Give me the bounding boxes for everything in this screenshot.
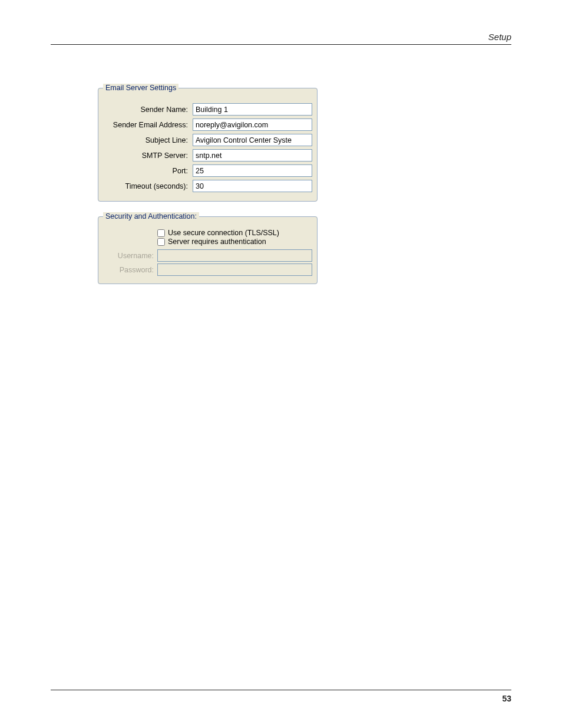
sender-name-input[interactable] [193, 103, 312, 116]
row-password: Password: [103, 263, 312, 276]
label-sender-name: Sender Name: [103, 106, 193, 114]
page-header-section: Setup [488, 32, 511, 42]
timeout-input[interactable] [193, 180, 312, 192]
port-input[interactable] [193, 164, 312, 177]
auth-checkboxes: Use secure connection (TLS/SSL) Server r… [103, 229, 312, 246]
row-username: Username: [103, 249, 312, 262]
smtp-server-input[interactable] [193, 149, 312, 162]
auth-checkbox-label: Server requires authentication [168, 238, 266, 246]
tls-checkbox-label: Use secure connection (TLS/SSL) [168, 229, 279, 237]
row-subject-line: Subject Line: [103, 134, 312, 146]
header-rule [51, 44, 511, 45]
label-timeout: Timeout (seconds): [103, 182, 193, 190]
document-page: Setup Email Server Settings Sender Name:… [0, 0, 562, 728]
subject-line-input[interactable] [193, 134, 312, 146]
row-port: Port: [103, 164, 312, 177]
row-auth-checkbox[interactable]: Server requires authentication [157, 238, 312, 246]
label-sender-email: Sender Email Address: [103, 121, 193, 129]
label-subject-line: Subject Line: [103, 136, 193, 144]
page-number: 53 [502, 694, 511, 703]
email-server-legend: Email Server Settings [103, 84, 178, 92]
email-server-settings-group: Email Server Settings Sender Name: Sende… [98, 84, 318, 202]
auth-checkbox[interactable] [157, 238, 165, 246]
label-port: Port: [103, 167, 193, 175]
settings-panel: Email Server Settings Sender Name: Sende… [98, 84, 318, 295]
username-input [157, 249, 312, 262]
password-input [157, 263, 312, 276]
label-smtp-server: SMTP Server: [103, 151, 193, 160]
row-sender-name: Sender Name: [103, 103, 312, 116]
auth-fields: Username: Password: [103, 249, 312, 276]
sender-email-input[interactable] [193, 118, 312, 131]
label-username: Username: [103, 252, 157, 260]
tls-checkbox[interactable] [157, 229, 165, 237]
security-auth-group: Security and Authentication: Use secure … [98, 212, 318, 284]
security-auth-legend: Security and Authentication: [103, 212, 199, 220]
footer-rule [51, 690, 511, 690]
row-tls-checkbox[interactable]: Use secure connection (TLS/SSL) [157, 229, 312, 237]
label-password: Password: [103, 266, 157, 274]
row-timeout: Timeout (seconds): [103, 180, 312, 192]
row-sender-email: Sender Email Address: [103, 118, 312, 131]
row-smtp-server: SMTP Server: [103, 149, 312, 162]
